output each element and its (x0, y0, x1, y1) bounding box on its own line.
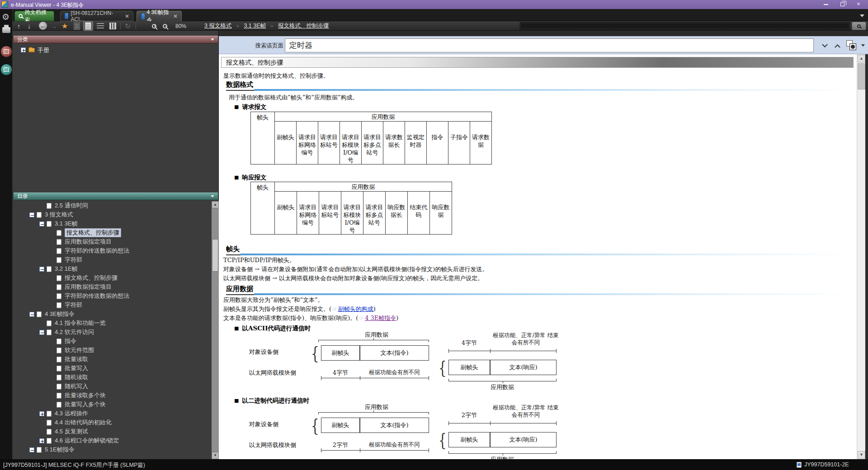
toc-item[interactable]: 2.5 通信时间 (13, 201, 211, 210)
collapse-caret-icon[interactable] (211, 195, 214, 197)
find-input[interactable]: 定时器 (285, 38, 814, 52)
zoom-in-button[interactable]: + (152, 22, 156, 30)
ethernet-module-side-label: 以太网搭载模块侧 (249, 441, 296, 449)
toc-item[interactable]: 软元件范围 (13, 346, 211, 355)
tab-document-2-active[interactable]: 4 3E帧指令 ✕ (137, 11, 182, 21)
find-next-button[interactable] (819, 41, 830, 51)
toc-panel-header[interactable]: 目录 (14, 193, 218, 200)
toc-item[interactable]: 随机写入 (13, 382, 211, 391)
find-previous-button[interactable] (832, 41, 843, 51)
toc-item[interactable]: 4.6 远程口令的解锁/锁定 (13, 436, 211, 445)
tab-close-icon[interactable]: ✕ (173, 13, 178, 19)
toc-item[interactable]: 4.2 软元件访问 (13, 328, 211, 337)
toc-item-label: 4 3E帧指令 (45, 310, 75, 318)
category-tree-item-manual[interactable]: 手册 (13, 46, 49, 54)
tab-cross-document-search[interactable]: 跨文档搜索 (14, 11, 54, 21)
single-page-view-button[interactable] (74, 22, 80, 30)
breadcrumb-link[interactable]: 3.1 3E帧 (244, 22, 266, 30)
toc-item[interactable]: 批量读取 (13, 355, 211, 364)
tab-document-1[interactable]: [SH-081271CHN-AC]... ✕ (60, 11, 133, 21)
back-button[interactable]: ← (39, 22, 47, 30)
find-options-dropdown-icon[interactable] (861, 44, 865, 47)
toc-item[interactable]: 3.1 3E帧 (13, 219, 211, 228)
collapse-caret-icon[interactable] (211, 38, 214, 41)
toc-item[interactable]: 3.2 1E帧 (13, 264, 211, 273)
toc-item[interactable]: 4.5 反复测试 (13, 427, 211, 436)
toc-item[interactable]: 4.3 远程操作 (13, 409, 211, 418)
minimize-button[interactable] (819, 1, 833, 8)
field-cell: 请求目标站号 (318, 122, 340, 164)
expand-plus-icon[interactable] (39, 411, 44, 416)
column-layout-icon[interactable] (109, 23, 116, 29)
scrollbar-thumb[interactable] (858, 63, 865, 89)
favorite-star-icon[interactable]: ★ (61, 22, 68, 30)
toc-item[interactable]: 4.1 指令和功能一览 (13, 319, 211, 328)
toc-item[interactable]: 3 报文格式 (13, 210, 211, 219)
document-scrollbar[interactable]: ▲ ▼ (857, 54, 865, 459)
scrollbar-down-arrow[interactable]: ▼ (858, 451, 865, 459)
forward-button[interactable]: → (51, 22, 57, 30)
tab-close-icon[interactable]: ✕ (125, 13, 129, 19)
collapse-minus-icon[interactable] (39, 221, 44, 226)
scrollbar-thumb[interactable] (212, 239, 218, 272)
expand-plus-icon[interactable] (21, 47, 26, 52)
toc-item[interactable]: 字符部 (13, 255, 211, 264)
page-icon (47, 429, 52, 435)
toc-item[interactable]: 应用数据指定项目 (13, 237, 211, 246)
toc-item[interactable]: 5 1E帧指令 (13, 445, 211, 454)
collapse-minus-icon[interactable] (39, 267, 44, 272)
list-view-icon[interactable] (97, 23, 104, 29)
refresh-icon[interactable]: ↻ (125, 22, 131, 30)
toc-item[interactable]: 报文格式、控制步骤 (13, 273, 211, 282)
toc-item[interactable]: 批量读取多个块 (13, 391, 211, 400)
toolbar-search-input[interactable] (520, 22, 850, 30)
collapse-minus-icon[interactable] (39, 330, 44, 335)
restore-button[interactable] (835, 1, 849, 8)
collapse-minus-icon[interactable] (29, 212, 34, 217)
toc-scrollbar[interactable]: ▲ ▼ (212, 201, 219, 459)
manual-book-icon[interactable] (1, 64, 12, 75)
toc-item[interactable]: 字符部的传送数据的想法 (13, 291, 211, 301)
close-button[interactable]: × (852, 1, 865, 8)
subheader-box: 副帧头 (321, 345, 360, 361)
page-icon (47, 320, 52, 326)
breadcrumb-link[interactable]: 3 报文格式 (204, 22, 231, 30)
category-panel-header[interactable]: 分类 (14, 36, 218, 43)
manual-tree-icon[interactable] (1, 46, 12, 57)
toc-item[interactable]: 4.4 出错代码的初始化 (13, 418, 211, 427)
page-icon (57, 384, 61, 390)
link-3e-frame-commands[interactable]: 4 3E帧指令 (365, 315, 396, 321)
toc-item-label: 指令 (65, 337, 76, 345)
page-icon (37, 311, 42, 317)
link-subheader-structure[interactable]: 副帧头的构成 (338, 306, 373, 312)
print-icon[interactable] (2, 27, 10, 33)
scrollbar-up-arrow[interactable]: ▲ (212, 201, 219, 208)
collapse-minus-icon[interactable] (29, 312, 34, 317)
toc-item[interactable]: 随机读取 (13, 373, 211, 382)
ruler-tick (360, 376, 360, 380)
highlight-all-icon[interactable] (846, 40, 857, 51)
page-icon (47, 438, 52, 444)
toolbar-search-button[interactable] (852, 22, 866, 30)
collapse-minus-icon[interactable] (29, 447, 34, 452)
toc-item[interactable]: 指令 (13, 337, 211, 346)
expand-plus-icon[interactable] (39, 438, 44, 443)
breadcrumb-link[interactable]: 报文格式、控制步骤 (278, 22, 329, 30)
tab-list-dropdown-icon[interactable] (860, 14, 864, 17)
toc-item[interactable]: 应用数据指定项目 (13, 282, 211, 291)
page-view-button-pressed[interactable] (83, 21, 93, 31)
toc-item[interactable]: 报文格式、控制步骤 (13, 228, 211, 237)
toc-item[interactable]: 字符部 (13, 301, 211, 310)
toc-item[interactable]: 4 3E帧指令 (13, 310, 211, 319)
scroll-down-button[interactable]: ↓ (28, 22, 31, 30)
toc-item[interactable]: 批量写入多个块 (13, 400, 211, 409)
scrollbar-up-arrow[interactable]: ▲ (858, 55, 865, 62)
toc-item[interactable]: 批量写入 (13, 364, 211, 373)
zoom-out-button[interactable]: − (163, 22, 167, 30)
scrollbar-down-arrow[interactable]: ▼ (212, 452, 219, 459)
settings-gear-icon[interactable]: ⚙ (2, 13, 9, 22)
varies-by-function-label: 根据功能会有所不同 (360, 441, 429, 448)
field-cell: 请求目标多点站号 (362, 122, 383, 164)
scroll-up-button[interactable]: ↑ (17, 22, 20, 30)
toc-item[interactable]: 字符部的传送数据的想法 (13, 246, 211, 255)
